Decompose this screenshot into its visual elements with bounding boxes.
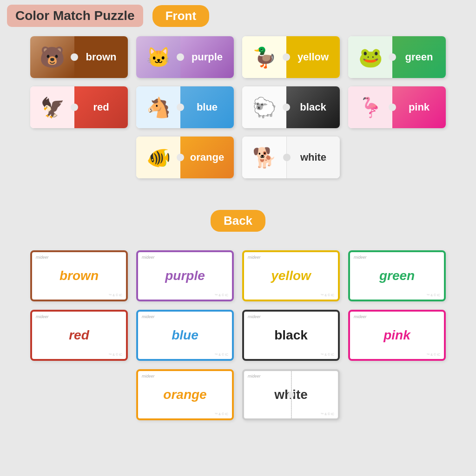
brand-label: mideer [142,255,155,260]
back-card-black: mideer black ™ & © IC [242,310,340,361]
back-card-white: mideer white ™ & © IC [242,369,340,420]
back-color-word-blue: blue [172,328,198,343]
color-tile-red: red [74,86,128,128]
puzzle-connector [389,53,396,61]
puzzle-connector [389,104,396,111]
animal-sheep: 🐑 [242,86,286,128]
brand-label: mideer [248,314,261,319]
tm-label: ™ & © IC [320,293,334,297]
back-row-3: mideer orange ™ & © IC mideer white ™ & … [28,369,448,420]
animal-bear: 🐻 [30,36,74,78]
brand-label: mideer [248,255,261,260]
tm-label: ™ & © IC [108,353,122,356]
puzzle-card-green: 🐸 green [348,36,446,78]
back-color-word-black: black [274,328,308,343]
animal-frog: 🐸 [348,36,392,78]
color-label-green: green [405,51,433,63]
color-label-purple: purple [192,51,223,63]
color-tile-purple: purple [180,36,234,78]
back-section: mideer brown ™ & © IC mideer purple ™ & … [0,246,476,438]
puzzle-connector [71,53,78,61]
back-row-2: mideer red ™ & © IC mideer blue ™ & © IC… [28,310,448,361]
puzzle-notch [288,391,294,398]
puzzle-connector [71,104,78,111]
back-card-pink: mideer pink ™ & © IC [348,310,446,361]
puzzle-connector [177,53,184,61]
tm-label: ™ & © IC [108,293,122,297]
puzzle-card-black: 🐑 black [242,86,340,128]
back-color-word-red: red [69,328,89,343]
back-color-word-yellow: yellow [271,268,311,283]
color-tile-orange: orange [180,137,234,178]
brand-label: mideer [142,374,155,378]
back-badge: Back [211,210,265,232]
brand-label: mideer [354,314,367,319]
color-tile-brown: brown [74,36,128,78]
tm-label: ™ & © IC [214,293,228,297]
color-label-brown: brown [86,51,117,63]
animal-horse: 🐴 [136,86,180,128]
front-badge: Front [152,5,209,27]
color-tile-blue: blue [180,86,234,128]
back-card-red: mideer red ™ & © IC [30,310,128,361]
puzzle-card-pink: 🦩 pink [348,86,446,128]
animal-bird: 🦅 [30,86,74,128]
brand-label: mideer [248,374,261,378]
tm-label: ™ & © IC [214,353,228,356]
color-label-red: red [93,101,109,113]
animal-cat: 🐱 [136,36,180,78]
puzzle-connector [177,104,184,111]
color-label-yellow: yellow [298,51,329,63]
puzzle-card-orange: 🐠 orange [136,137,234,178]
tm-label: ™ & © IC [320,353,334,356]
puzzle-card-blue: 🐴 blue [136,86,234,128]
puzzle-connector [283,53,290,61]
puzzle-card-brown: 🐻 brown [30,36,128,78]
tm-label: ™ & © IC [214,412,228,416]
puzzle-connector [177,154,184,161]
back-card-yellow: mideer yellow ™ & © IC [242,250,340,301]
color-label-orange: orange [190,151,224,163]
front-row-2: 🦅 red 🐴 blue 🐑 black [28,86,448,128]
back-card-brown: mideer brown ™ & © IC [30,250,128,301]
puzzle-card-white: 🐕 white [242,137,340,178]
front-section: 🐻 brown 🐱 purple 🦆 yellow [0,32,476,196]
brand-label: mideer [36,255,49,260]
animal-flamingo: 🦩 [348,86,392,128]
back-row-1: mideer brown ™ & © IC mideer purple ™ & … [28,250,448,301]
color-label-blue: blue [197,101,218,113]
back-card-green: mideer green ™ & © IC [348,250,446,301]
puzzle-card-yellow: 🦆 yellow [242,36,340,78]
brand-label: mideer [354,255,367,260]
brand-label: mideer [36,314,49,319]
back-color-word-orange: orange [163,387,206,402]
back-color-word-pink: pink [383,328,410,343]
color-tile-white: white [286,137,340,178]
puzzle-connector [283,104,290,111]
color-label-black: black [300,101,326,113]
color-tile-yellow: yellow [286,36,340,78]
puzzle-connector [283,154,291,161]
color-label-white: white [300,151,326,163]
puzzle-card-purple: 🐱 purple [136,36,234,78]
color-tile-green: green [392,36,446,78]
brand-label: mideer [142,314,155,319]
color-label-pink: pink [409,101,430,113]
front-row-1: 🐻 brown 🐱 purple 🦆 yellow [28,36,448,78]
tm-label: ™ & © IC [426,293,440,297]
color-tile-pink: pink [392,86,446,128]
back-color-word-brown: brown [60,268,99,283]
puzzle-card-red: 🦅 red [30,86,128,128]
tm-label: ™ & © IC [320,412,334,416]
front-row-3: 🐠 orange 🐕 white [28,137,448,178]
back-card-blue: mideer blue ™ & © IC [136,310,234,361]
animal-dog: 🐕 [242,137,286,178]
back-card-orange: mideer orange ™ & © IC [136,369,234,420]
animal-fish: 🐠 [136,137,180,178]
back-color-word-purple: purple [165,268,205,283]
color-tile-black: black [286,86,340,128]
back-card-purple: mideer purple ™ & © IC [136,250,234,301]
tm-label: ™ & © IC [426,353,440,356]
animal-duck: 🦆 [242,36,286,78]
back-color-word-green: green [379,268,415,283]
